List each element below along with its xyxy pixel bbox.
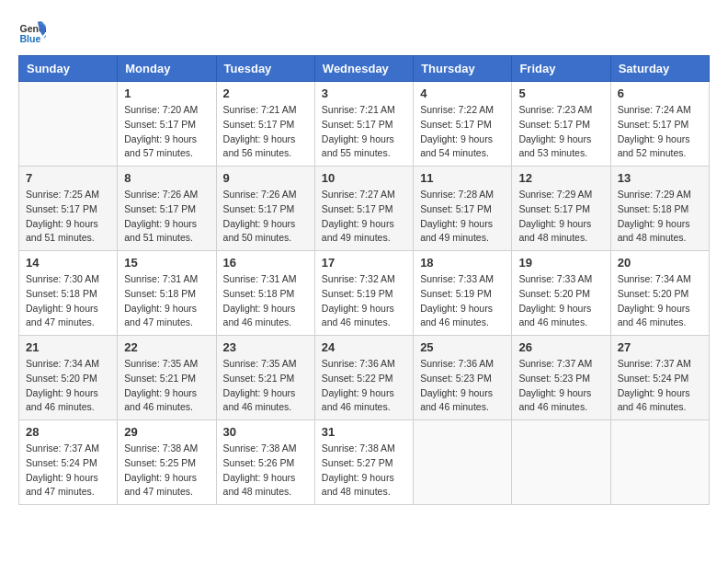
day-number: 27 bbox=[618, 340, 702, 354]
logo-icon: General Blue bbox=[18, 18, 46, 46]
day-info: Sunrise: 7:37 AMSunset: 5:24 PMDaylight:… bbox=[26, 442, 110, 500]
day-info: Sunrise: 7:33 AMSunset: 5:19 PMDaylight:… bbox=[420, 272, 505, 330]
day-number: 28 bbox=[26, 425, 110, 439]
day-info: Sunrise: 7:25 AMSunset: 5:17 PMDaylight:… bbox=[26, 188, 110, 246]
day-number: 4 bbox=[420, 86, 505, 100]
day-cell: 20Sunrise: 7:34 AMSunset: 5:20 PMDayligh… bbox=[610, 251, 709, 336]
day-cell: 30Sunrise: 7:38 AMSunset: 5:26 PMDayligh… bbox=[216, 420, 314, 505]
day-cell: 29Sunrise: 7:38 AMSunset: 5:25 PMDayligh… bbox=[118, 420, 216, 505]
day-cell: 1Sunrise: 7:20 AMSunset: 5:17 PMDaylight… bbox=[118, 82, 216, 167]
day-number: 10 bbox=[322, 171, 406, 185]
day-cell bbox=[414, 420, 512, 505]
calendar-table: SundayMondayTuesdayWednesdayThursdayFrid… bbox=[18, 55, 710, 505]
day-number: 14 bbox=[26, 256, 110, 270]
day-cell: 28Sunrise: 7:37 AMSunset: 5:24 PMDayligh… bbox=[19, 420, 118, 505]
weekday-header-saturday: Saturday bbox=[610, 56, 709, 82]
day-info: Sunrise: 7:36 AMSunset: 5:22 PMDaylight:… bbox=[322, 357, 406, 415]
day-cell: 11Sunrise: 7:28 AMSunset: 5:17 PMDayligh… bbox=[414, 167, 512, 251]
day-info: Sunrise: 7:23 AMSunset: 5:17 PMDaylight:… bbox=[518, 103, 603, 161]
day-cell: 24Sunrise: 7:36 AMSunset: 5:22 PMDayligh… bbox=[314, 336, 413, 420]
day-number: 31 bbox=[322, 425, 406, 439]
day-cell: 15Sunrise: 7:31 AMSunset: 5:18 PMDayligh… bbox=[118, 251, 216, 336]
day-number: 2 bbox=[223, 86, 308, 100]
page-header: General Blue bbox=[18, 18, 710, 46]
day-number: 9 bbox=[223, 171, 308, 185]
day-number: 5 bbox=[518, 86, 603, 100]
week-row-4: 21Sunrise: 7:34 AMSunset: 5:20 PMDayligh… bbox=[19, 336, 710, 420]
day-cell: 27Sunrise: 7:37 AMSunset: 5:24 PMDayligh… bbox=[610, 336, 709, 420]
day-number: 12 bbox=[518, 171, 603, 185]
weekday-header-wednesday: Wednesday bbox=[314, 56, 413, 82]
day-info: Sunrise: 7:27 AMSunset: 5:17 PMDaylight:… bbox=[322, 188, 406, 246]
day-info: Sunrise: 7:38 AMSunset: 5:25 PMDaylight:… bbox=[124, 442, 209, 500]
day-cell: 18Sunrise: 7:33 AMSunset: 5:19 PMDayligh… bbox=[414, 251, 512, 336]
day-cell: 5Sunrise: 7:23 AMSunset: 5:17 PMDaylight… bbox=[512, 82, 610, 167]
day-info: Sunrise: 7:29 AMSunset: 5:18 PMDaylight:… bbox=[618, 188, 702, 246]
day-cell: 2Sunrise: 7:21 AMSunset: 5:17 PMDaylight… bbox=[216, 82, 314, 167]
day-cell: 3Sunrise: 7:21 AMSunset: 5:17 PMDaylight… bbox=[314, 82, 413, 167]
day-cell: 31Sunrise: 7:38 AMSunset: 5:27 PMDayligh… bbox=[314, 420, 413, 505]
day-info: Sunrise: 7:37 AMSunset: 5:24 PMDaylight:… bbox=[618, 357, 702, 415]
day-number: 8 bbox=[124, 171, 209, 185]
day-info: Sunrise: 7:36 AMSunset: 5:23 PMDaylight:… bbox=[420, 357, 505, 415]
day-number: 29 bbox=[124, 425, 209, 439]
day-number: 21 bbox=[26, 340, 110, 354]
day-cell: 26Sunrise: 7:37 AMSunset: 5:23 PMDayligh… bbox=[512, 336, 610, 420]
day-number: 17 bbox=[322, 256, 406, 270]
day-cell: 25Sunrise: 7:36 AMSunset: 5:23 PMDayligh… bbox=[414, 336, 512, 420]
day-info: Sunrise: 7:38 AMSunset: 5:27 PMDaylight:… bbox=[322, 442, 406, 500]
day-info: Sunrise: 7:21 AMSunset: 5:17 PMDaylight:… bbox=[322, 103, 406, 161]
week-row-5: 28Sunrise: 7:37 AMSunset: 5:24 PMDayligh… bbox=[19, 420, 710, 505]
week-row-1: 1Sunrise: 7:20 AMSunset: 5:17 PMDaylight… bbox=[19, 82, 710, 167]
day-info: Sunrise: 7:31 AMSunset: 5:18 PMDaylight:… bbox=[223, 272, 308, 330]
day-info: Sunrise: 7:29 AMSunset: 5:17 PMDaylight:… bbox=[518, 188, 603, 246]
day-info: Sunrise: 7:34 AMSunset: 5:20 PMDaylight:… bbox=[618, 272, 702, 330]
week-row-3: 14Sunrise: 7:30 AMSunset: 5:18 PMDayligh… bbox=[19, 251, 710, 336]
day-number: 15 bbox=[124, 256, 209, 270]
day-cell: 23Sunrise: 7:35 AMSunset: 5:21 PMDayligh… bbox=[216, 336, 314, 420]
day-number: 24 bbox=[322, 340, 406, 354]
day-number: 20 bbox=[618, 256, 702, 270]
day-number: 26 bbox=[518, 340, 603, 354]
svg-text:Blue: Blue bbox=[20, 33, 41, 44]
day-info: Sunrise: 7:21 AMSunset: 5:17 PMDaylight:… bbox=[223, 103, 308, 161]
day-number: 25 bbox=[420, 340, 505, 354]
day-cell bbox=[19, 82, 118, 167]
day-cell: 14Sunrise: 7:30 AMSunset: 5:18 PMDayligh… bbox=[19, 251, 118, 336]
day-cell: 6Sunrise: 7:24 AMSunset: 5:17 PMDaylight… bbox=[610, 82, 709, 167]
day-number: 18 bbox=[420, 256, 505, 270]
day-cell: 7Sunrise: 7:25 AMSunset: 5:17 PMDaylight… bbox=[19, 167, 118, 251]
day-info: Sunrise: 7:26 AMSunset: 5:17 PMDaylight:… bbox=[124, 188, 209, 246]
day-cell bbox=[610, 420, 709, 505]
day-info: Sunrise: 7:24 AMSunset: 5:17 PMDaylight:… bbox=[618, 103, 702, 161]
day-cell bbox=[512, 420, 610, 505]
day-cell: 17Sunrise: 7:32 AMSunset: 5:19 PMDayligh… bbox=[314, 251, 413, 336]
day-number: 19 bbox=[518, 256, 603, 270]
day-info: Sunrise: 7:32 AMSunset: 5:19 PMDaylight:… bbox=[322, 272, 406, 330]
day-number: 1 bbox=[124, 86, 209, 100]
day-number: 16 bbox=[223, 256, 308, 270]
weekday-header-thursday: Thursday bbox=[414, 56, 512, 82]
day-number: 3 bbox=[322, 86, 406, 100]
day-info: Sunrise: 7:33 AMSunset: 5:20 PMDaylight:… bbox=[518, 272, 603, 330]
day-cell: 21Sunrise: 7:34 AMSunset: 5:20 PMDayligh… bbox=[19, 336, 118, 420]
day-info: Sunrise: 7:35 AMSunset: 5:21 PMDaylight:… bbox=[223, 357, 308, 415]
day-number: 7 bbox=[26, 171, 110, 185]
weekday-header-sunday: Sunday bbox=[19, 56, 118, 82]
day-number: 13 bbox=[618, 171, 702, 185]
weekday-header-tuesday: Tuesday bbox=[216, 56, 314, 82]
logo: General Blue bbox=[18, 18, 50, 46]
day-cell: 12Sunrise: 7:29 AMSunset: 5:17 PMDayligh… bbox=[512, 167, 610, 251]
day-cell: 4Sunrise: 7:22 AMSunset: 5:17 PMDaylight… bbox=[414, 82, 512, 167]
day-info: Sunrise: 7:31 AMSunset: 5:18 PMDaylight:… bbox=[124, 272, 209, 330]
day-cell: 13Sunrise: 7:29 AMSunset: 5:18 PMDayligh… bbox=[610, 167, 709, 251]
weekday-header-friday: Friday bbox=[512, 56, 610, 82]
day-number: 6 bbox=[618, 86, 702, 100]
day-info: Sunrise: 7:26 AMSunset: 5:17 PMDaylight:… bbox=[223, 188, 308, 246]
day-info: Sunrise: 7:30 AMSunset: 5:18 PMDaylight:… bbox=[26, 272, 110, 330]
day-info: Sunrise: 7:35 AMSunset: 5:21 PMDaylight:… bbox=[124, 357, 209, 415]
day-number: 23 bbox=[223, 340, 308, 354]
day-cell: 16Sunrise: 7:31 AMSunset: 5:18 PMDayligh… bbox=[216, 251, 314, 336]
day-info: Sunrise: 7:34 AMSunset: 5:20 PMDaylight:… bbox=[26, 357, 110, 415]
day-cell: 10Sunrise: 7:27 AMSunset: 5:17 PMDayligh… bbox=[314, 167, 413, 251]
